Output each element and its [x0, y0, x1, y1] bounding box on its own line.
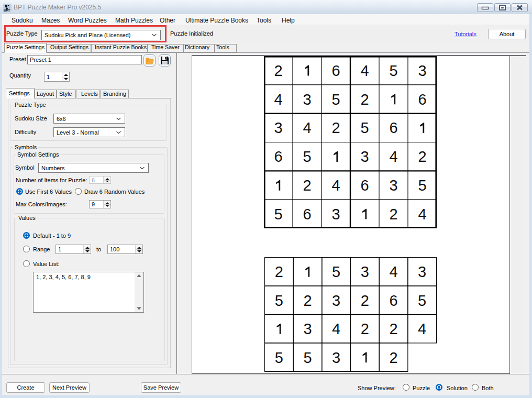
svg-text:3: 3	[331, 206, 340, 223]
svg-text:5: 5	[418, 292, 426, 309]
svg-text:5: 5	[389, 62, 397, 79]
svg-text:4: 4	[389, 148, 397, 165]
svg-text:2: 2	[331, 119, 340, 136]
svg-text:5: 5	[360, 119, 369, 136]
svg-text:5: 5	[418, 177, 426, 194]
svg-text:4: 4	[389, 263, 397, 280]
svg-text:3: 3	[361, 263, 369, 280]
svg-text:2: 2	[303, 292, 312, 309]
svg-text:5: 5	[275, 349, 283, 366]
svg-text:6: 6	[360, 177, 369, 194]
svg-text:3: 3	[418, 263, 426, 280]
svg-text:4: 4	[418, 206, 426, 223]
svg-text:3: 3	[303, 320, 312, 337]
svg-text:5: 5	[303, 349, 312, 366]
svg-text:5: 5	[303, 148, 311, 165]
svg-text:2: 2	[303, 177, 311, 194]
svg-text:2: 2	[274, 62, 282, 79]
svg-text:6: 6	[303, 206, 311, 223]
svg-text:2: 2	[360, 91, 369, 108]
svg-text:2: 2	[361, 320, 369, 337]
svg-text:5: 5	[274, 206, 282, 223]
svg-text:6: 6	[389, 119, 397, 136]
svg-text:4: 4	[274, 91, 282, 108]
svg-text:3: 3	[274, 119, 282, 136]
svg-text:2: 2	[275, 263, 283, 280]
svg-text:5: 5	[332, 263, 340, 280]
svg-text:2: 2	[361, 292, 369, 309]
svg-text:4: 4	[331, 177, 340, 194]
svg-text:4: 4	[418, 320, 426, 337]
svg-text:3: 3	[389, 177, 397, 194]
svg-text:6: 6	[274, 148, 282, 165]
svg-text:4: 4	[303, 119, 311, 136]
svg-text:3: 3	[332, 349, 340, 366]
svg-text:6: 6	[418, 91, 426, 108]
svg-text:5: 5	[275, 292, 283, 309]
svg-text:3: 3	[303, 91, 311, 108]
svg-text:2: 2	[418, 148, 426, 165]
svg-text:2: 2	[389, 206, 397, 223]
svg-text:BPT: BPT	[4, 9, 10, 12]
svg-text:4: 4	[360, 62, 369, 79]
svg-text:2: 2	[389, 349, 397, 366]
svg-text:6: 6	[331, 62, 340, 79]
svg-text:3: 3	[360, 148, 369, 165]
svg-text:6: 6	[389, 292, 397, 309]
svg-text:3: 3	[332, 292, 340, 309]
svg-text:5: 5	[331, 91, 340, 108]
svg-text:2: 2	[389, 320, 397, 337]
svg-text:3: 3	[418, 62, 426, 79]
svg-text:4: 4	[332, 320, 340, 337]
